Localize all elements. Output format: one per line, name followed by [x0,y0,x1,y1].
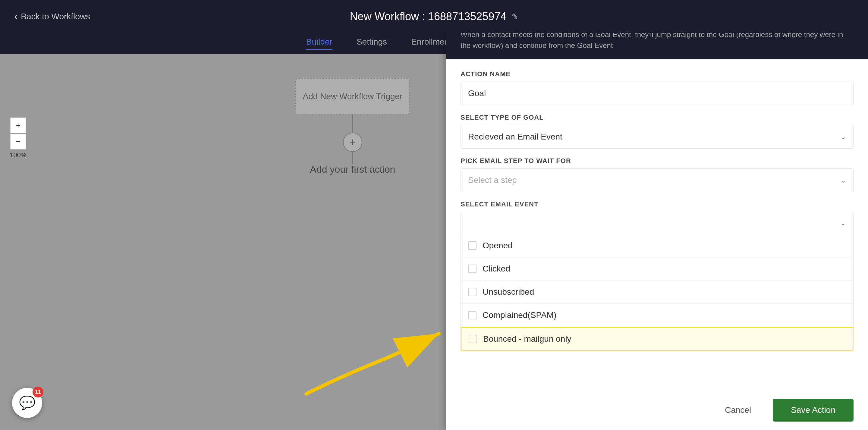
first-action-label: Add your first action [310,164,396,175]
tab-settings[interactable]: Settings [356,37,387,50]
trigger-node[interactable]: Add New Workflow Trigger [296,78,410,115]
checkbox-complained[interactable] [468,311,476,319]
select-goal-wrapper: Recieved an Email Event ⌄ [461,125,854,149]
checkbox-clicked[interactable] [468,265,476,273]
chat-bubble-icon: 💬 [19,395,36,411]
dropdown-item-bounced[interactable]: Bounced - mailgun only [461,327,853,351]
connector-line-2 [352,152,353,164]
zoom-out-button[interactable]: − [10,134,26,150]
pick-email-chevron: ⌄ [840,176,846,184]
chat-notification-badge: 11 [33,387,43,397]
dropdown-item-opened[interactable]: Opened [461,234,853,257]
option-unsubscribed-label: Unsubscribed [483,287,534,297]
chat-icon-button[interactable]: 💬 11 [12,388,42,418]
save-action-button[interactable]: Save Action [773,399,854,422]
workflow-title: New Workflow : 1688713525974 ✎ [350,10,518,23]
tab-builder[interactable]: Builder [306,37,333,50]
panel-body: ACTION NAME SELECT TYPE OF GOAL Recieved… [446,59,868,390]
email-event-chevron: ⌄ [840,219,846,227]
add-action-button[interactable]: + [343,132,362,152]
action-name-label: ACTION NAME [461,70,854,78]
option-complained-label: Complained(SPAM) [483,310,556,320]
select-email-event-label: SELECT EMAIL EVENT [461,201,854,208]
zoom-level-label: 100% [10,151,27,159]
select-goal-value: Recieved an Email Event [468,132,562,142]
option-bounced-label: Bounced - mailgun only [483,334,571,344]
checkbox-unsubscribed[interactable] [468,288,476,296]
dropdown-item-unsubscribed[interactable]: Unsubscribed [461,280,853,304]
dropdown-item-clicked[interactable]: Clicked [461,257,853,280]
email-event-dropdown-list: Opened Clicked Unsubscribed Complained(S… [461,234,854,351]
select-goal-label: SELECT TYPE OF GOAL [461,114,854,121]
pick-email-wrapper: Select a step ⌄ [461,168,854,192]
chat-widget: 💬 11 [12,388,42,418]
connector-line-1 [352,115,353,132]
action-name-input[interactable] [461,82,854,105]
cancel-button[interactable]: Cancel [710,399,766,422]
zoom-in-button[interactable]: + [10,118,26,133]
right-panel: Goal Event When a contact meets the cond… [446,0,868,430]
top-nav: ‹ Back to Workflows New Workflow : 16887… [0,0,868,33]
checkbox-bounced[interactable] [469,335,477,343]
option-opened-label: Opened [483,241,513,250]
select-goal-chevron: ⌄ [840,132,846,141]
pick-email-dropdown[interactable]: Select a step ⌄ [461,168,854,192]
back-arrow-icon: ‹ [14,12,17,21]
select-goal-dropdown[interactable]: Recieved an Email Event ⌄ [461,125,854,149]
email-event-dropdown-trigger[interactable]: ⌄ [461,212,854,234]
edit-icon[interactable]: ✎ [511,12,518,22]
pick-email-label: PICK EMAIL STEP TO WAIT FOR [461,157,854,165]
dropdown-item-complained[interactable]: Complained(SPAM) [461,304,853,327]
pick-email-placeholder: Select a step [468,175,517,185]
zoom-controls: + − 100% [10,118,27,159]
checkbox-opened[interactable] [468,241,476,250]
back-button[interactable]: ‹ Back to Workflows [14,12,90,21]
back-label: Back to Workflows [21,12,90,21]
panel-footer: Cancel Save Action [446,390,868,430]
option-clicked-label: Clicked [483,264,510,274]
title-text: New Workflow : 1688713525974 [350,10,507,23]
